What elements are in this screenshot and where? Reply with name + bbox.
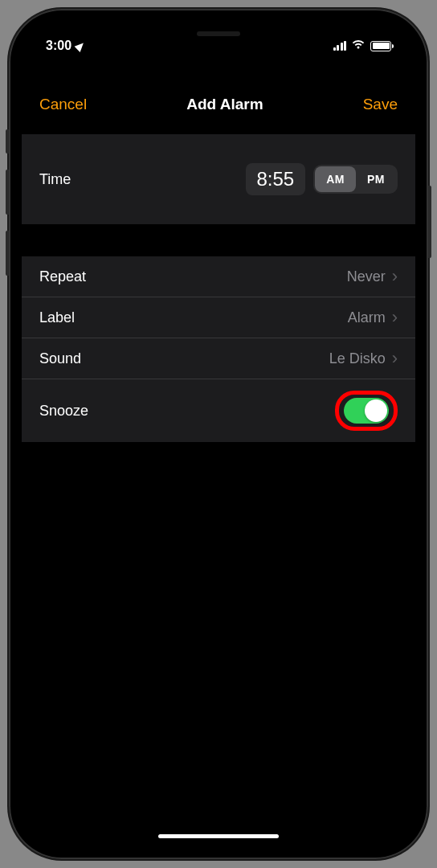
sound-label: Sound <box>39 350 81 367</box>
cellular-icon <box>333 41 347 51</box>
status-right <box>333 39 392 53</box>
label-row[interactable]: Label Alarm › <box>22 297 415 338</box>
time-input[interactable]: 8:55 <box>246 163 306 195</box>
chevron-right-icon: › <box>392 309 398 326</box>
repeat-value: Never <box>347 268 386 285</box>
save-button[interactable]: Save <box>363 96 398 113</box>
time-label: Time <box>39 171 71 188</box>
content: Cancel Add Alarm Save Time 8:55 AM PM Re… <box>22 22 415 442</box>
volume-up-button <box>6 170 9 215</box>
phone-left-buttons <box>6 129 9 292</box>
repeat-right: Never › <box>347 268 398 285</box>
ampm-segment[interactable]: AM PM <box>313 165 398 194</box>
location-icon <box>75 40 87 52</box>
wifi-icon <box>351 39 366 53</box>
toggle-knob-icon <box>365 399 387 422</box>
cancel-button[interactable]: Cancel <box>39 96 87 113</box>
repeat-row[interactable]: Repeat Never › <box>22 256 415 297</box>
chevron-right-icon: › <box>392 350 398 367</box>
phone-right-buttons <box>428 186 431 258</box>
status-left: 3:00 <box>46 39 84 53</box>
snooze-label: Snooze <box>39 403 88 420</box>
phone-frame: 3:00 Cancel Add Alarm Save <box>9 9 428 859</box>
label-label: Label <box>39 309 75 326</box>
sound-row[interactable]: Sound Le Disko › <box>22 338 415 379</box>
time-controls: 8:55 AM PM <box>246 163 398 195</box>
chevron-right-icon: › <box>392 268 398 285</box>
am-button[interactable]: AM <box>315 166 356 192</box>
notch <box>138 22 299 46</box>
status-time: 3:00 <box>46 39 71 53</box>
screen: 3:00 Cancel Add Alarm Save <box>22 22 415 846</box>
page-title: Add Alarm <box>186 96 263 113</box>
nav-bar: Cancel Add Alarm Save <box>22 80 415 134</box>
speaker-icon <box>197 31 240 36</box>
time-section: Time 8:55 AM PM <box>22 134 415 224</box>
volume-down-button <box>6 231 9 276</box>
power-button <box>428 186 431 258</box>
sound-right: Le Disko › <box>329 350 398 367</box>
settings-list: Repeat Never › Label Alarm › Sound <box>22 256 415 442</box>
snooze-row: Snooze <box>22 379 415 442</box>
battery-icon <box>370 41 391 51</box>
label-value: Alarm <box>348 309 386 326</box>
repeat-label: Repeat <box>39 268 86 285</box>
home-indicator[interactable] <box>158 834 279 838</box>
pm-button[interactable]: PM <box>356 166 396 192</box>
snooze-highlight <box>335 391 398 431</box>
label-right: Alarm › <box>348 309 398 326</box>
snooze-toggle[interactable] <box>344 398 389 424</box>
mute-switch <box>6 129 9 154</box>
sound-value: Le Disko <box>329 350 386 367</box>
